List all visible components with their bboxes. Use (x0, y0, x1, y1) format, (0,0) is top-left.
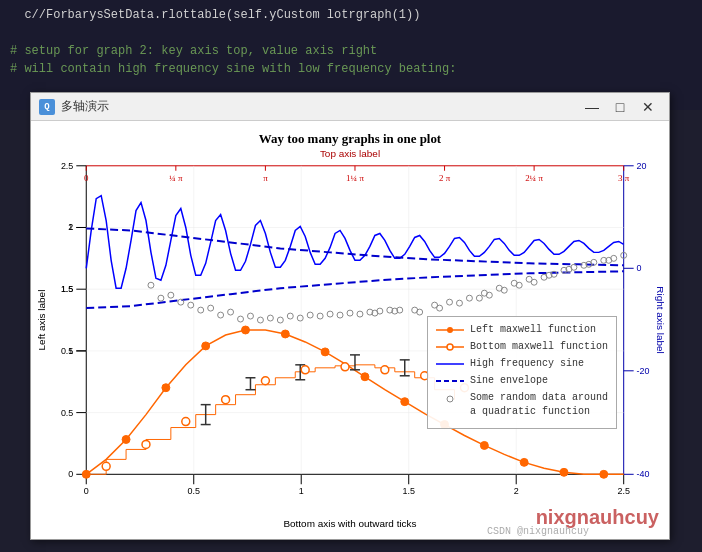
svg-point-143 (297, 315, 303, 321)
svg-text:0: 0 (84, 173, 89, 183)
window-buttons: — □ ✕ (579, 97, 661, 117)
svg-point-95 (142, 440, 150, 448)
svg-point-149 (412, 307, 418, 313)
svg-point-167 (447, 344, 453, 350)
svg-point-94 (102, 462, 110, 470)
svg-point-165 (447, 327, 453, 333)
svg-point-113 (327, 311, 333, 317)
svg-text:1.5: 1.5 (403, 486, 415, 496)
legend-item-5: Some random data arounda quadratic funct… (436, 391, 608, 419)
svg-point-144 (317, 313, 323, 319)
legend-item-2: Bottom maxwell function (436, 340, 608, 354)
svg-text:1: 1 (299, 486, 304, 496)
svg-text:Left axis label: Left axis label (36, 290, 47, 351)
qt-window: Q 多轴演示 — □ ✕ Way too many graphs in one … (30, 92, 670, 540)
svg-text:2.5: 2.5 (617, 486, 629, 496)
svg-point-97 (222, 396, 230, 404)
svg-point-152 (466, 295, 472, 301)
code-line-4: # will contain high frequency sine with … (10, 60, 692, 78)
close-button[interactable]: ✕ (635, 97, 661, 117)
legend-label-3: High frequency sine (470, 357, 584, 371)
legend-line-icon-4 (436, 375, 464, 387)
svg-point-69 (242, 326, 250, 334)
svg-text:1¼ π: 1¼ π (346, 173, 364, 183)
svg-point-110 (267, 315, 273, 321)
svg-point-73 (401, 398, 409, 406)
svg-text:2 π: 2 π (439, 173, 451, 183)
svg-point-104 (148, 282, 154, 288)
svg-point-76 (520, 458, 528, 466)
svg-point-150 (432, 302, 438, 308)
legend-item-1: Left maxwell function (436, 323, 608, 337)
plot-area: Way too many graphs in one plot Top axis… (31, 121, 669, 539)
plot-legend: Left maxwell function Bottom maxwell fun… (427, 316, 617, 429)
svg-text:-20: -20 (637, 366, 650, 376)
svg-point-140 (238, 316, 244, 322)
svg-point-137 (178, 299, 184, 305)
svg-point-72 (361, 373, 369, 381)
svg-text:2: 2 (68, 222, 73, 232)
svg-text:π: π (263, 173, 268, 183)
svg-point-70 (281, 330, 289, 338)
svg-point-153 (481, 290, 487, 296)
svg-point-107 (208, 305, 214, 311)
svg-point-105 (168, 292, 174, 298)
svg-point-99 (301, 366, 309, 374)
legend-label-2: Bottom maxwell function (470, 340, 608, 354)
svg-point-109 (247, 313, 253, 319)
code-line-2 (10, 24, 692, 42)
svg-point-111 (287, 313, 293, 319)
svg-point-145 (337, 312, 343, 318)
svg-point-108 (228, 309, 234, 315)
svg-point-142 (277, 317, 283, 323)
svg-text:¼ π: ¼ π (169, 173, 183, 183)
csdn-credit: CSDN @nixgnauhcuy (487, 526, 589, 537)
svg-text:Top axis label: Top axis label (320, 148, 380, 159)
svg-text:Way too many graphs in one plo: Way too many graphs in one plot (259, 131, 442, 146)
svg-point-170 (447, 396, 453, 402)
window-icon: Q (39, 99, 55, 115)
legend-item-4: Sine envelope (436, 374, 608, 388)
svg-point-141 (257, 317, 263, 323)
svg-text:20: 20 (637, 161, 647, 171)
svg-text:3 π: 3 π (618, 173, 630, 183)
window-title: 多轴演示 (61, 98, 109, 115)
svg-point-156 (526, 276, 532, 282)
svg-text:2: 2 (514, 486, 519, 496)
svg-text:2.5: 2.5 (61, 161, 73, 171)
svg-text:0.5: 0.5 (188, 486, 200, 496)
legend-label-5: Some random data arounda quadratic funct… (470, 391, 608, 419)
svg-point-78 (600, 470, 608, 478)
svg-point-98 (261, 377, 269, 385)
svg-point-66 (122, 435, 130, 443)
svg-point-114 (347, 310, 353, 316)
svg-text:Bottom axis with outward ticks: Bottom axis with outward ticks (283, 518, 416, 529)
legend-item-3: High frequency sine (436, 357, 608, 371)
svg-point-138 (198, 307, 204, 313)
legend-dot-icon (436, 393, 464, 415)
svg-text:-40: -40 (637, 469, 650, 479)
svg-point-154 (496, 285, 502, 291)
minimize-button[interactable]: — (579, 97, 605, 117)
svg-point-68 (202, 342, 210, 350)
svg-text:0: 0 (68, 469, 73, 479)
svg-point-75 (480, 441, 488, 449)
legend-line-icon-2 (436, 341, 464, 353)
maximize-button[interactable]: □ (607, 97, 633, 117)
svg-text:2¼ π: 2¼ π (525, 173, 543, 183)
svg-point-71 (321, 348, 329, 356)
svg-text:1: 1 (68, 346, 73, 356)
svg-point-96 (182, 418, 190, 426)
svg-point-100 (341, 363, 349, 371)
code-line-3: # setup for graph 2: key axis top, value… (10, 42, 692, 60)
legend-label-1: Left maxwell function (470, 323, 596, 337)
code-line-1: c//ForbarysSetData.rlottable(self.yCusto… (10, 6, 692, 24)
legend-label-4: Sine envelope (470, 374, 548, 388)
svg-point-112 (307, 312, 313, 318)
svg-point-101 (381, 366, 389, 374)
svg-point-67 (162, 384, 170, 392)
svg-text:0: 0 (637, 263, 642, 273)
svg-point-146 (357, 311, 363, 317)
svg-point-136 (158, 295, 164, 301)
svg-point-151 (447, 299, 453, 305)
